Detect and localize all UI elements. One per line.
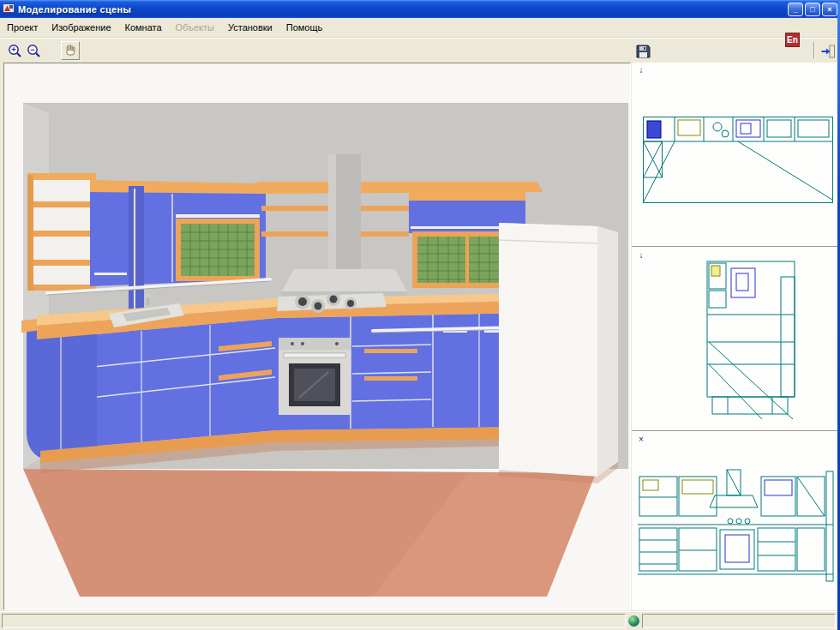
exit-button[interactable] [819, 42, 837, 61]
svg-text:−: − [30, 45, 34, 54]
scene-viewport [3, 63, 631, 610]
menu-settings[interactable]: Установки [221, 19, 279, 36]
menu-image[interactable]: Изображение [45, 19, 117, 36]
front-view-close-icon[interactable]: × [635, 434, 647, 446]
menu-objects: Объекты [169, 19, 221, 36]
panel-section-side[interactable]: ↓ [632, 247, 837, 431]
globe-icon [628, 615, 639, 627]
mesh-door-left [181, 224, 255, 276]
hand-icon [63, 44, 77, 57]
zoom-in-icon: + [8, 44, 22, 58]
menu-project[interactable]: Проект [0, 19, 45, 36]
plan-view-arrow-icon[interactable]: ↓ [635, 64, 647, 76]
front-view-drawing[interactable] [636, 468, 835, 590]
zoom-out-icon: − [27, 44, 41, 58]
menu-room[interactable]: Комната [118, 19, 169, 36]
viewport-3d[interactable] [4, 63, 630, 609]
side-view-drawing[interactable] [683, 260, 798, 421]
oven [279, 338, 351, 415]
side-view-arrow-icon[interactable]: ↓ [635, 249, 647, 261]
save-icon [636, 45, 651, 58]
status-cell-right [642, 614, 836, 628]
panel-section-front[interactable]: × [632, 431, 837, 609]
tall-cabinet [499, 223, 618, 483]
maximize-button[interactable]: □ [805, 3, 820, 16]
left-upper-cabinets [90, 180, 266, 286]
svg-text:+: + [11, 45, 15, 54]
left-shelf-unit [27, 173, 96, 291]
floor [23, 469, 596, 597]
pan-button[interactable] [61, 41, 80, 60]
exit-icon [820, 45, 836, 58]
app-icon[interactable] [3, 2, 15, 17]
status-cell-main [2, 614, 626, 628]
window-title: Моделирование сцены [18, 4, 131, 15]
menubar: Проект Изображение Комната Объекты Устан… [0, 18, 837, 38]
save-button[interactable] [633, 42, 652, 61]
minimize-button[interactable]: _ [788, 3, 803, 16]
menu-help[interactable]: Помощь [279, 19, 330, 36]
toolbar-separator [813, 42, 815, 58]
titlebar[interactable]: Моделирование сцены _ □ × [0, 0, 840, 18]
zoom-out-button[interactable]: − [24, 41, 43, 60]
statusbar [0, 611, 837, 630]
projection-panel: ↓ [632, 63, 837, 610]
toolbar: + − [0, 38, 837, 63]
close-button[interactable]: × [822, 3, 837, 16]
language-indicator[interactable]: En [785, 33, 800, 47]
zoom-in-button[interactable]: + [5, 41, 24, 60]
app-window: Моделирование сцены _ □ × Проект Изображ… [0, 0, 840, 630]
panel-section-plan[interactable]: ↓ [632, 63, 837, 247]
plan-view-drawing[interactable] [642, 116, 835, 205]
